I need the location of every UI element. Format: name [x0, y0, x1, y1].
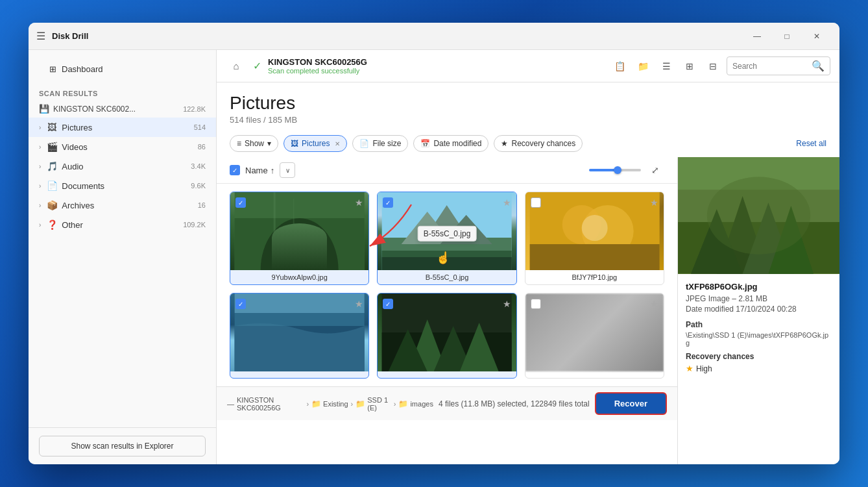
disk-icon: 💾: [39, 104, 49, 114]
card-checkbox-2[interactable]: ✓: [383, 197, 393, 208]
svg-point-17: [581, 215, 607, 241]
card-checkbox-4[interactable]: ✓: [235, 299, 246, 309]
card-name-6: [525, 371, 664, 378]
search-input[interactable]: [732, 62, 808, 71]
svg-rect-16: [529, 244, 659, 270]
scan-results-label: Scan results: [29, 83, 216, 100]
sidebar-item-archives[interactable]: › 📦 Archives 16: [29, 195, 216, 215]
chevron-icon: ›: [39, 124, 41, 131]
archives-label: Archives: [62, 201, 193, 210]
card-checkbox-6[interactable]: [531, 299, 541, 309]
sidebar-item-dashboard[interactable]: ⊞ Dashboard: [39, 59, 206, 79]
archives-icon: 📦: [46, 200, 58, 210]
card-checkbox-3[interactable]: [531, 197, 541, 208]
grid-icon-btn[interactable]: ⊞: [680, 56, 699, 76]
card-star-2[interactable]: ★: [503, 197, 511, 208]
show-filter-btn[interactable]: ≡ Show ▾: [230, 135, 278, 152]
expand-button[interactable]: ∨: [280, 162, 295, 178]
file-card-6[interactable]: ★: [525, 293, 664, 379]
preview-date: Date modified 17/10/2024 00:28: [686, 305, 832, 314]
pictures-label: Pictures: [62, 123, 189, 132]
card-name-5: [378, 371, 516, 378]
file-icon-btn[interactable]: 📋: [610, 56, 629, 76]
search-icon: 🔍: [812, 60, 825, 72]
sidebar-item-audio[interactable]: › 🎵 Audio 3.4K: [29, 156, 216, 176]
card-name-3: BfJY7fP10.jpg: [525, 270, 664, 284]
card-checkbox-1[interactable]: ✓: [235, 197, 246, 208]
page-header: Pictures 514 files / 185 MB: [217, 82, 839, 130]
recovery-chances-filter-btn[interactable]: ★ Recovery chances: [494, 135, 583, 152]
nav-actions: 📋 📁 ☰ ⊞ ⊟ 🔍: [610, 56, 830, 76]
tooltip-overlay: B-55sC_0.jpg: [418, 226, 477, 242]
close-button[interactable]: ✕: [802, 26, 832, 47]
select-all-checkbox[interactable]: ✓: [230, 165, 240, 175]
file-size-filter-btn[interactable]: 📄 File size: [352, 135, 408, 152]
card-star-4[interactable]: ★: [355, 299, 363, 309]
audio-count: 3.4K: [191, 162, 206, 170]
breadcrumb-arrow-1: ›: [306, 400, 309, 408]
svg-rect-3: [274, 192, 276, 270]
pictures-filter-btn[interactable]: 🖼 Pictures ✕: [283, 135, 347, 152]
card-img-5: [378, 293, 516, 371]
filter-icon: ≡: [237, 139, 241, 148]
card-star-3[interactable]: ★: [650, 197, 658, 208]
svg-rect-1: [235, 218, 365, 270]
home-button[interactable]: ⌂: [226, 56, 247, 77]
app-title: Disk Drill: [52, 31, 88, 41]
file-card-2[interactable]: ✓ ★: [377, 192, 516, 285]
card-name-1: 9YubwxAlpw0.jpg: [230, 270, 368, 284]
breadcrumb-folder-1: 📁 Existing: [311, 399, 348, 408]
recovery-text: High: [696, 364, 712, 373]
file-card-1[interactable]: ✓ ★: [230, 192, 369, 285]
card-checkbox-5[interactable]: ✓: [383, 299, 393, 309]
videos-label: Videos: [62, 142, 193, 152]
file-card-4[interactable]: ✓ ★: [230, 293, 369, 379]
breadcrumb-folder-2: 📁 SSD 1 (E): [356, 396, 391, 412]
folder-icon-2: 📁: [356, 399, 365, 408]
sidebar: ⊞ Dashboard Scan results 💾 KINGSTON SKC6…: [29, 50, 217, 464]
svg-rect-12: [382, 257, 512, 270]
star-icon: ★: [686, 364, 693, 373]
card-star-5[interactable]: ★: [503, 299, 511, 309]
calendar-icon: 📅: [420, 139, 430, 148]
documents-icon: 📄: [46, 181, 58, 191]
date-modified-label: Date modified: [433, 139, 481, 148]
sidebar-item-other[interactable]: › ❓ Other 109.2K: [29, 215, 216, 234]
audio-icon: 🎵: [46, 161, 58, 171]
file-area: ✓ Name ↑ ∨ ⤢: [217, 157, 839, 464]
zoom-slider[interactable]: [589, 169, 641, 171]
card-name-4: [230, 371, 368, 378]
panel-icon-btn[interactable]: ⊟: [703, 56, 723, 76]
file-card-3[interactable]: ★ BfJY7: [525, 192, 664, 285]
star-filter-icon: ★: [501, 139, 508, 148]
pictures-filter-close[interactable]: ✕: [335, 140, 340, 147]
sidebar-item-pictures[interactable]: › 🖼 Pictures 514: [29, 118, 216, 137]
reset-all-link[interactable]: Reset all: [796, 139, 826, 148]
recover-button[interactable]: Recover: [595, 392, 667, 415]
preview-panel: tXFP68P6OGk.jpg JPEG Image – 2.81 MB Dat…: [677, 157, 839, 464]
chevron-icon: ›: [39, 163, 41, 170]
hamburger-icon[interactable]: ☰: [36, 30, 45, 42]
svg-rect-20: [235, 293, 365, 313]
folder-icon-btn[interactable]: 📁: [633, 56, 653, 76]
disk-item[interactable]: 💾 KINGSTON SKC6002... 122.8K: [29, 100, 216, 118]
name-sort-btn[interactable]: Name ↑: [245, 166, 274, 175]
breadcrumb-images: images: [410, 400, 433, 408]
card-img-3: [525, 192, 664, 270]
maximize-button[interactable]: □: [772, 26, 802, 47]
date-modified-filter-btn[interactable]: 📅 Date modified: [413, 135, 488, 152]
file-card-5[interactable]: ✓ ★: [377, 293, 516, 379]
external-link-icon[interactable]: ⤢: [646, 161, 664, 179]
disk-title-area: KINGSTON SKC600256G Scan completed succe…: [268, 57, 603, 75]
sidebar-item-documents[interactable]: › 📄 Documents 9.6K: [29, 176, 216, 195]
file-list: ✓ Name ↑ ∨ ⤢: [217, 157, 677, 464]
card-star-6[interactable]: ★: [650, 299, 658, 309]
card-star-1[interactable]: ★: [355, 197, 363, 208]
list-icon-btn[interactable]: ☰: [657, 56, 676, 76]
check-icon: ✓: [253, 60, 261, 72]
show-results-button[interactable]: Show scan results in Explorer: [39, 436, 206, 456]
sidebar-item-videos[interactable]: › 🎬 Videos 86: [29, 137, 216, 156]
breadcrumb-ssd: SSD 1 (E): [367, 396, 391, 412]
preview-info: tXFP68P6OGk.jpg JPEG Image – 2.81 MB Dat…: [678, 274, 839, 381]
minimize-button[interactable]: —: [742, 26, 772, 47]
